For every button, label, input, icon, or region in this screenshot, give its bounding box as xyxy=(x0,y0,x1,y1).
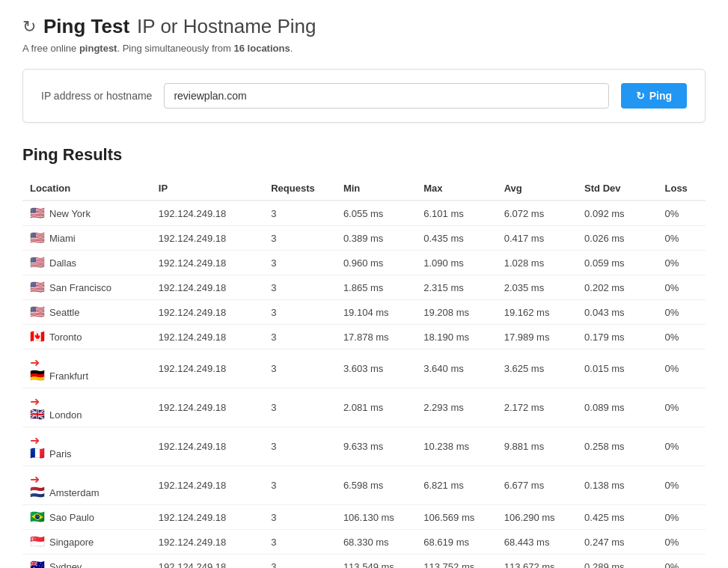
cell-max: 6.101 ms xyxy=(416,201,496,226)
flag-icon: 🇨🇦 xyxy=(30,331,45,343)
cell-ip: 192.124.249.18 xyxy=(151,505,263,530)
cell-min: 17.878 ms xyxy=(336,325,416,349)
results-table: Location IP Requests Min Max Avg Std Dev… xyxy=(22,177,706,568)
cell-requests: 3 xyxy=(263,275,336,300)
flag-icon: 🇧🇷 xyxy=(30,511,45,523)
cell-ip: 192.124.249.18 xyxy=(151,530,263,555)
cell-max: 1.090 ms xyxy=(416,251,496,275)
cell-min: 113.549 ms xyxy=(336,555,416,569)
flag-icon: 🇫🇷 xyxy=(30,448,45,459)
cell-loss: 0% xyxy=(658,325,706,349)
cell-requests: 3 xyxy=(263,427,336,466)
location-name: Toronto xyxy=(49,332,82,343)
cell-min: 0.389 ms xyxy=(336,226,416,251)
cell-ip: 192.124.249.18 xyxy=(151,466,263,505)
cell-stddev: 0.425 ms xyxy=(577,505,657,530)
flag-icon: 🇩🇪 xyxy=(30,370,45,382)
flag-icon: 🇺🇸 xyxy=(30,257,45,269)
cell-loss: 0% xyxy=(658,251,706,275)
location-name: Seattle xyxy=(49,307,79,318)
page-description: A free online pingtest. Ping simultaneou… xyxy=(22,43,706,54)
table-row: ➜ 🇬🇧 London 192.124.249.18 3 2.081 ms 2.… xyxy=(22,388,706,427)
search-label: IP address or hostname xyxy=(41,90,152,102)
cell-requests: 3 xyxy=(263,466,336,505)
cell-location: 🇦🇺 Sydney xyxy=(22,555,151,569)
cell-loss: 0% xyxy=(658,388,706,427)
cell-ip: 192.124.249.18 xyxy=(151,201,263,226)
location-name: Paris xyxy=(49,448,72,459)
cell-min: 3.603 ms xyxy=(336,349,416,388)
col-header-location: Location xyxy=(22,177,151,201)
table-row: 🇺🇸 Seattle 192.124.249.18 3 19.104 ms 19… xyxy=(22,300,706,325)
cell-ip: 192.124.249.18 xyxy=(151,388,263,427)
cell-ip: 192.124.249.18 xyxy=(151,226,263,251)
table-row: 🇦🇺 Sydney 192.124.249.18 3 113.549 ms 11… xyxy=(22,555,706,569)
cell-avg: 6.072 ms xyxy=(497,201,577,226)
col-header-avg: Avg xyxy=(497,177,577,201)
location-name: London xyxy=(49,409,82,421)
cell-location: 🇺🇸 Dallas xyxy=(22,251,151,275)
location-name: Sao Paulo xyxy=(49,512,94,523)
cell-loss: 0% xyxy=(658,349,706,388)
cell-stddev: 0.179 ms xyxy=(577,325,657,349)
cell-stddev: 0.015 ms xyxy=(577,349,657,388)
cell-stddev: 0.247 ms xyxy=(577,530,657,555)
cell-avg: 113.672 ms xyxy=(497,555,577,569)
results-title: Ping Results xyxy=(22,145,706,165)
location-name: Frankfurt xyxy=(49,370,88,382)
cell-location: ➜ 🇳🇱 Amsterdam xyxy=(22,466,151,505)
cell-min: 9.633 ms xyxy=(336,427,416,466)
flag-icon: 🇺🇸 xyxy=(30,232,45,244)
table-row: 🇺🇸 New York 192.124.249.18 3 6.055 ms 6.… xyxy=(22,201,706,226)
table-row: 🇺🇸 Dallas 192.124.249.18 3 0.960 ms 1.09… xyxy=(22,251,706,275)
search-input[interactable] xyxy=(164,83,608,109)
results-section: Ping Results Location IP Requests Min Ma… xyxy=(22,145,706,568)
cell-stddev: 0.289 ms xyxy=(577,555,657,569)
cell-ip: 192.124.249.18 xyxy=(151,349,263,388)
page-header: ↻ Ping Test IP or Hostname Ping xyxy=(22,15,706,38)
cell-avg: 9.881 ms xyxy=(497,427,577,466)
flag-icon: 🇺🇸 xyxy=(30,306,45,318)
cell-stddev: 0.043 ms xyxy=(577,300,657,325)
cell-min: 2.081 ms xyxy=(336,388,416,427)
table-header-row: Location IP Requests Min Max Avg Std Dev… xyxy=(22,177,706,201)
cell-avg: 106.290 ms xyxy=(497,505,577,530)
table-row: 🇸🇬 Singapore 192.124.249.18 3 68.330 ms … xyxy=(22,530,706,555)
cell-location: 🇧🇷 Sao Paulo xyxy=(22,505,151,530)
cell-min: 106.130 ms xyxy=(336,505,416,530)
table-row: 🇺🇸 Miami 192.124.249.18 3 0.389 ms 0.435… xyxy=(22,226,706,251)
cell-loss: 0% xyxy=(658,466,706,505)
cell-requests: 3 xyxy=(263,201,336,226)
cell-avg: 6.677 ms xyxy=(497,466,577,505)
cell-loss: 0% xyxy=(658,505,706,530)
cell-max: 68.619 ms xyxy=(416,530,496,555)
location-name: Singapore xyxy=(49,537,94,548)
flag-icon: 🇦🇺 xyxy=(30,561,45,568)
cell-location: 🇺🇸 Miami xyxy=(22,226,151,251)
cell-requests: 3 xyxy=(263,226,336,251)
cell-ip: 192.124.249.18 xyxy=(151,251,263,275)
cell-loss: 0% xyxy=(658,300,706,325)
cell-min: 68.330 ms xyxy=(336,530,416,555)
cell-ip: 192.124.249.18 xyxy=(151,275,263,300)
table-row: ➜ 🇩🇪 Frankfurt 192.124.249.18 3 3.603 ms… xyxy=(22,349,706,388)
ping-button[interactable]: ↻ Ping xyxy=(621,83,687,109)
cell-max: 113.752 ms xyxy=(416,555,496,569)
cell-min: 6.598 ms xyxy=(336,466,416,505)
col-header-stddev: Std Dev xyxy=(577,177,657,201)
cell-max: 2.293 ms xyxy=(416,388,496,427)
cell-location: 🇸🇬 Singapore xyxy=(22,530,151,555)
cell-max: 3.640 ms xyxy=(416,349,496,388)
cell-loss: 0% xyxy=(658,275,706,300)
cell-min: 19.104 ms xyxy=(336,300,416,325)
cell-min: 1.865 ms xyxy=(336,275,416,300)
page-title: Ping Test xyxy=(43,15,129,38)
flag-icon: 🇳🇱 xyxy=(30,486,45,498)
col-header-ip: IP xyxy=(151,177,263,201)
cell-stddev: 0.202 ms xyxy=(577,275,657,300)
cell-requests: 3 xyxy=(263,530,336,555)
flag-icon: 🇺🇸 xyxy=(30,207,45,219)
location-name: Amsterdam xyxy=(49,487,99,498)
location-name: Miami xyxy=(49,233,76,244)
cell-ip: 192.124.249.18 xyxy=(151,555,263,569)
